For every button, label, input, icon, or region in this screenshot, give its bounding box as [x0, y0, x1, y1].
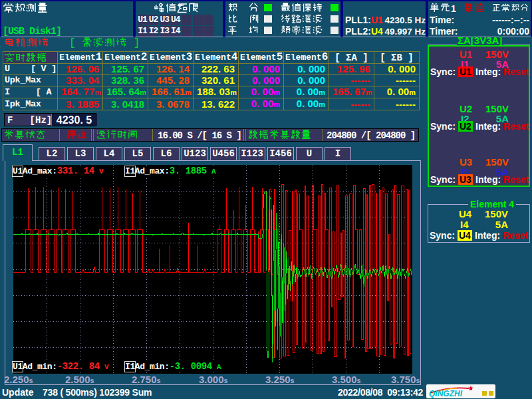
svg-text:QINGZHI: QINGZHI — [429, 389, 463, 398]
